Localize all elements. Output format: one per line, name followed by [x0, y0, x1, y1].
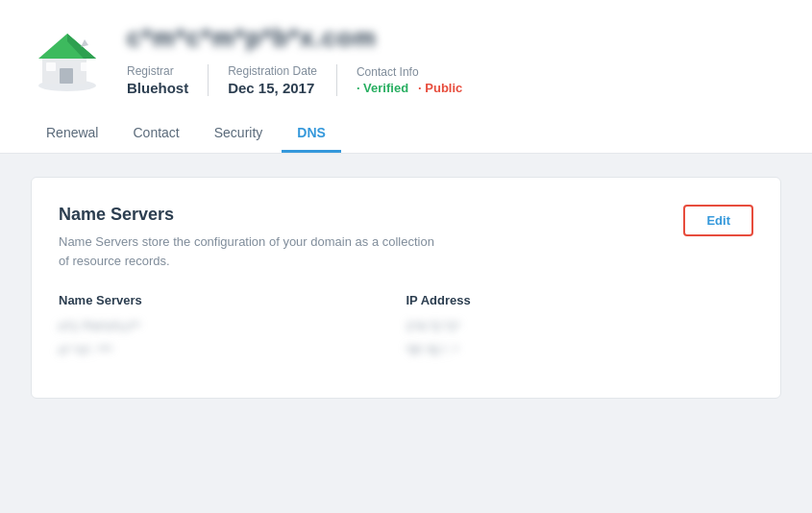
reg-date-label: Registration Date [228, 64, 317, 78]
header-section: c*m*c*m*p*b*x.com Registrar Bluehost Reg… [0, 0, 812, 154]
contact-info: Contact Info · Verified · Public [337, 65, 481, 95]
ip-value-2: *9*.*6.*. * [406, 343, 754, 357]
contact-value: · Verified · Public [357, 81, 462, 95]
main-content: Name Servers Name Servers store the conf… [0, 154, 812, 513]
card-title: Name Servers [59, 205, 443, 225]
verified-badge: · Verified [357, 81, 408, 95]
reg-date-value: Dec 15, 2017 [228, 80, 317, 96]
domain-meta: Registrar Bluehost Registration Date Dec… [127, 64, 481, 96]
svg-rect-6 [81, 62, 90, 71]
ns-value-1: n*1.*l*e*o*t.c** [59, 319, 406, 333]
contact-label: Contact Info [357, 65, 462, 79]
svg-rect-5 [46, 62, 56, 71]
tabs-row: Renewal Contact Security DNS [31, 115, 781, 153]
table-row: n* *n*. *** *9*.*6.*. * [59, 343, 753, 357]
domain-logo [31, 26, 108, 93]
ns-col-header: Name Servers [59, 293, 406, 307]
table-row: n*1.*l*e*o*t.c** 1*4.*2.*1* [59, 319, 753, 333]
edit-button[interactable]: Edit [683, 205, 753, 236]
registrar-value: Bluehost [127, 80, 188, 96]
domain-name: c*m*c*m*p*b*x.com [127, 23, 481, 53]
tab-renewal[interactable]: Renewal [31, 115, 113, 153]
svg-rect-4 [60, 68, 73, 84]
domain-details: c*m*c*m*p*b*x.com Registrar Bluehost Reg… [127, 23, 481, 96]
ip-col-header: IP Address [406, 293, 754, 307]
card-text-group: Name Servers Name Servers store the conf… [59, 205, 443, 270]
ns-table-header: Name Servers IP Address [59, 293, 753, 307]
name-servers-card: Name Servers Name Servers store the conf… [31, 177, 781, 399]
card-description: Name Servers store the configuration of … [59, 232, 443, 270]
registrar-label: Registrar [127, 64, 188, 78]
svg-marker-7 [81, 39, 88, 47]
ns-value-2: n* *n*. *** [59, 343, 406, 357]
domain-info-row: c*m*c*m*p*b*x.com Registrar Bluehost Reg… [31, 23, 781, 96]
ip-value-1: 1*4.*2.*1* [406, 319, 754, 333]
ns-table: Name Servers IP Address n*1.*l*e*o*t.c**… [59, 293, 753, 357]
card-header: Name Servers Name Servers store the conf… [59, 205, 753, 270]
tab-security[interactable]: Security [199, 115, 279, 153]
public-badge: · Public [418, 81, 462, 95]
tab-contact[interactable]: Contact [117, 115, 194, 153]
registrar-info: Registrar Bluehost [127, 64, 209, 96]
tab-dns[interactable]: DNS [282, 115, 341, 153]
reg-date-info: Registration Date Dec 15, 2017 [209, 64, 337, 96]
